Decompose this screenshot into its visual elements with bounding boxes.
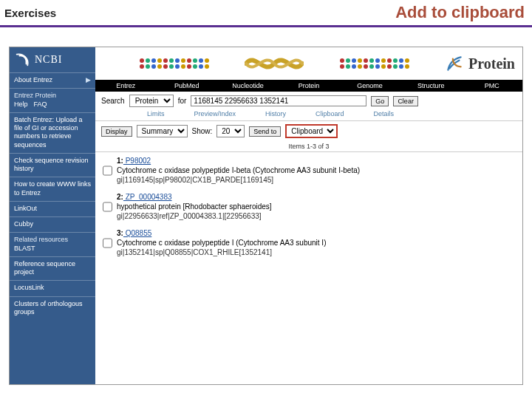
bead-icon — [151, 64, 156, 69]
sendto-button[interactable]: Send to — [249, 126, 281, 137]
bead-icon — [187, 58, 191, 63]
show-count-select[interactable]: 20 — [216, 125, 245, 137]
tab-pubmed[interactable]: PubMed — [157, 82, 218, 89]
tab-protein[interactable]: Protein — [279, 82, 340, 89]
sendto-select[interactable]: Clipboard — [285, 124, 338, 138]
slide-header: Exercises Add to clipboard — [0, 0, 532, 27]
sidebar-help-link[interactable]: Help — [14, 100, 28, 109]
sidebar-cubby[interactable]: Cubby — [10, 216, 95, 232]
helix-icon — [245, 50, 304, 77]
show-label: Show: — [192, 127, 213, 135]
bead-icon — [193, 58, 197, 63]
result-checkbox[interactable] — [103, 157, 112, 184]
bead-row-icon — [140, 64, 209, 69]
bead-icon — [199, 64, 203, 69]
format-select[interactable]: Summary — [137, 125, 188, 137]
search-db-select[interactable]: Protein — [129, 95, 174, 107]
bead-icon — [205, 64, 209, 69]
bead-icon — [387, 64, 392, 69]
bead-icon — [340, 64, 344, 69]
bead-icon — [175, 64, 180, 69]
sidebar-batch[interactable]: Batch Entrez: Upload a file of GI or acc… — [10, 112, 95, 153]
bead-icon — [340, 58, 344, 63]
result-number: 2: — [117, 193, 123, 201]
bead-icon — [387, 58, 392, 63]
ncbi-logo[interactable]: NCBI — [10, 47, 95, 72]
ncbi-brand-text: NCBI — [35, 54, 62, 66]
search-label: Search — [101, 97, 125, 105]
sidebar-about[interactable]: About Entrez ▶ — [10, 72, 95, 88]
sidebar-howto[interactable]: How to create WWW links to Entrez — [10, 177, 95, 201]
result-checkbox[interactable] — [103, 194, 112, 220]
bead-icon — [358, 58, 362, 63]
sidebar-faq-link[interactable]: FAQ — [34, 100, 47, 109]
sidebar-cog[interactable]: Clusters of orthologous groups — [10, 296, 95, 321]
bead-row-icon — [140, 58, 209, 63]
tab-entrez[interactable]: Entrez — [95, 82, 157, 89]
search-row: Search Protein for Go Clear — [95, 92, 522, 110]
result-accession-link[interactable]: P98002 — [123, 157, 151, 165]
result-row: 2: ZP_00004383hypothetical protein [Rhod… — [103, 193, 515, 220]
sidebar-refseq[interactable]: Reference sequence project — [10, 256, 95, 281]
sublink-previewindex[interactable]: Preview/Index — [194, 110, 236, 117]
tab-structure[interactable]: Structure — [400, 82, 462, 89]
display-button[interactable]: Display — [101, 126, 132, 137]
bead-icon — [151, 58, 156, 63]
tab-genome[interactable]: Genome — [339, 82, 400, 89]
tab-nucleotide[interactable]: Nucleotide — [217, 82, 279, 89]
protein-structure-icon — [445, 54, 464, 73]
bead-icon — [346, 64, 350, 69]
sublink-limits[interactable]: Limits — [147, 110, 165, 117]
bead-icon — [140, 58, 144, 63]
sublink-details[interactable]: Details — [374, 110, 395, 117]
bead-row-icon — [340, 64, 409, 69]
bead-icon — [358, 64, 362, 69]
tab-pmc[interactable]: PMC — [461, 82, 522, 89]
result-checkbox[interactable] — [103, 230, 112, 256]
sublink-history[interactable]: History — [265, 110, 286, 117]
sidebar-locuslink[interactable]: LocusLink — [10, 280, 95, 296]
bead-icon — [405, 64, 409, 69]
banner-title-text: Protein — [468, 55, 515, 72]
bead-icon — [369, 64, 374, 69]
bead-icon — [181, 64, 185, 69]
bead-icon — [140, 64, 144, 69]
bead-icon — [157, 64, 162, 69]
sidebar-linkout[interactable]: LinkOut — [10, 201, 95, 216]
result-title: Cytochrome c oxidase polypeptide I (Cyto… — [117, 239, 515, 247]
sidebar-blast[interactable]: BLAST — [14, 245, 91, 253]
ncbi-swirl-icon — [14, 52, 30, 68]
results-list: 1: P98002Cytochrome c oxidase polypeptid… — [95, 152, 522, 270]
bead-icon — [364, 64, 368, 69]
protein-banner: Protein — [95, 47, 522, 80]
bead-icon — [175, 58, 180, 63]
bead-icon — [146, 58, 150, 63]
bead-icon — [352, 64, 356, 69]
sidebar-related-label: Related resources — [14, 236, 91, 244]
result-row: 1: P98002Cytochrome c oxidase polypeptid… — [103, 157, 515, 184]
bead-icon — [187, 64, 191, 69]
bead-icon — [169, 58, 174, 63]
result-number: 1: — [117, 157, 123, 165]
result-gi: gi|1169145|sp|P98002|CX1B_PARDE[1169145] — [117, 176, 515, 184]
bead-icon — [381, 64, 386, 69]
bead-icon — [181, 58, 185, 63]
slide-title-right: Add to clipboard — [395, 3, 525, 22]
result-accession-link[interactable]: Q08855 — [123, 229, 151, 237]
sidebar-section-protein: Entrez Protein Help FAQ — [10, 88, 95, 112]
sublink-clipboard[interactable]: Clipboard — [316, 110, 344, 117]
chevron-right-icon: ▶ — [86, 76, 91, 84]
sidebar: NCBI About Entrez ▶ Entrez Protein Help … — [10, 47, 95, 384]
sidebar-revision[interactable]: Check sequence revision history — [10, 153, 95, 177]
bead-icon — [163, 64, 168, 69]
bead-icon — [399, 64, 403, 69]
bead-icon — [364, 58, 368, 63]
search-input[interactable] — [191, 95, 366, 106]
clear-button[interactable]: Clear — [393, 96, 418, 106]
result-accession-link[interactable]: ZP_00004383 — [123, 193, 172, 201]
bead-icon — [163, 58, 168, 63]
bead-icon — [399, 58, 403, 63]
result-row: 3: Q08855Cytochrome c oxidase polypeptid… — [103, 229, 515, 256]
go-button[interactable]: Go — [371, 96, 389, 106]
bead-icon — [199, 58, 203, 63]
